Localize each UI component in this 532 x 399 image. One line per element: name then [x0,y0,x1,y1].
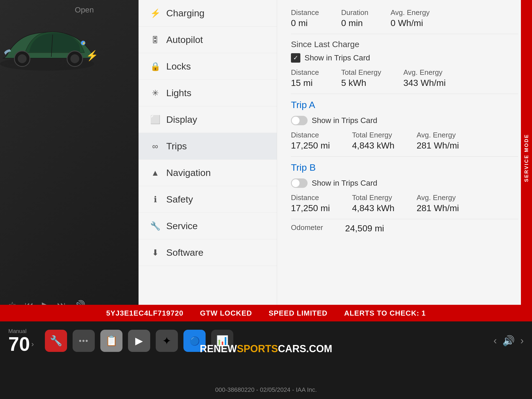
video-icon: ▶ [135,335,143,347]
trips-content: Distance 0 mi Duration 0 min Avg. Energy… [277,0,532,316]
odometer-label: Odometer [291,223,323,232]
current-duration-stat: Duration 0 min [341,8,368,28]
locks-icon: 🔒 [150,62,161,71]
since-totalenergy-value: 5 kWh [341,78,381,88]
service-icon: 🔧 [150,221,161,231]
autopilot-label: Autopilot [166,34,203,45]
service-label: Service [166,221,198,231]
charging-indicator: ⚡ [86,50,98,62]
since-show-trips-label: Show in Trips Card [305,53,370,62]
trips-label: Trips [166,141,187,152]
software-icon: ⬇ [150,248,161,257]
trip-b-distance-stat: Distance 17,250 mi [291,193,330,213]
alert-bar: 5YJ3E1EC4LF719720 GTW LOCKED SPEED LIMIT… [0,305,532,321]
sidebar-item-safety[interactable]: ℹ Safety [139,186,277,213]
trip-b-show-trips-label: Show in Trips Card [312,179,377,188]
svg-text:⚡: ⚡ [82,41,86,45]
car-area: Open [0,0,139,294]
svg-point-3 [18,54,27,63]
watermark-sports: SPORTS [237,343,278,354]
divider-1 [291,34,518,34]
current-duration-label: Duration [341,8,368,17]
trip-a-totalenergy-value: 4,843 kWh [352,140,395,151]
since-last-charge-title: Since Last Charge [291,40,518,49]
sidebar-item-lights[interactable]: ✳ Lights [139,80,277,106]
trip-a-show-trips-row[interactable]: Show in Trips Card [291,116,518,125]
since-totalenergy-stat: Total Energy 5 kWh [341,68,381,88]
nav-right-arrow[interactable]: › [520,335,524,347]
speed-display: Manual 70 › [8,328,34,354]
taskbar-right: ‹ 🔊 › [493,335,524,347]
left-panel: Open [0,0,139,316]
trip-b-section: Trip B Show in Trips Card Distance 17,25… [291,162,518,213]
trip-b-avgenergy-label: Avg. Energy [417,193,459,202]
sidebar-item-locks[interactable]: 🔒 Locks [139,53,277,80]
sidebar-item-autopilot[interactable]: 🎛 Autopilot [139,27,277,53]
since-totalenergy-label: Total Energy [341,68,381,77]
divider-2 [291,94,518,94]
current-avgenergy-value: 0 Wh/mi [390,18,429,28]
watermark-renew: RENEW [200,343,237,354]
current-distance-stat: Distance 0 mi [291,8,319,28]
trip-b-totalenergy-value: 4,843 kWh [352,203,395,213]
since-show-trips-row[interactable]: Show in Trips Card [291,53,518,63]
main-screen: Open [0,0,532,316]
alerts-count: ALERTS TO CHECK: 1 [344,309,426,318]
trip-a-section: Trip A Show in Trips Card Distance 17,25… [291,99,518,151]
trip-a-avgenergy-label: Avg. Energy [417,131,459,139]
trip-a-stats: Distance 17,250 mi Total Energy 4,843 kW… [291,131,518,151]
video-button[interactable]: ▶ [128,330,150,352]
sidebar-item-trips[interactable]: ∞ Trips [139,133,277,160]
since-stats: Distance 15 mi Total Energy 5 kWh Avg. E… [291,68,518,88]
trip-a-distance-stat: Distance 17,250 mi [291,131,330,151]
trips-icon: ∞ [150,142,161,151]
volume-icon[interactable]: 🔊 [502,335,515,347]
lights-icon: ✳ [150,88,161,98]
odometer-stat: Odometer [291,223,323,234]
red-wrench-button[interactable]: 🔧 [45,330,67,352]
since-distance-value: 15 mi [291,78,319,88]
odometer-value: 24,509 mi [345,223,384,234]
more-icon: ••• [79,336,88,345]
trip-a-show-trips-label: Show in Trips Card [312,116,377,125]
apps-button[interactable]: ✦ [156,330,178,352]
service-mode-bar: SERVICE MODE [521,0,532,316]
trip-a-totalenergy-stat: Total Energy 4,843 kWh [352,131,395,151]
gtw-status: GTW LOCKED [200,309,252,318]
trip-b-show-trips-toggle[interactable] [291,178,308,188]
since-show-trips-checkbox[interactable] [291,53,300,63]
trip-b-show-trips-row[interactable]: Show in Trips Card [291,178,518,188]
odometer-row: Odometer 24,509 mi [291,219,518,234]
display-icon: ⬜ [150,115,161,124]
current-distance-label: Distance [291,8,319,17]
nav-left-arrow[interactable]: ‹ [493,335,497,347]
sidebar-item-software[interactable]: ⬇ Software [139,239,277,266]
more-options-button[interactable]: ••• [73,330,95,352]
notebook-button[interactable]: 📋 [100,330,122,352]
sidebar-item-display[interactable]: ⬜ Display [139,106,277,133]
trip-a-avgenergy-stat: Avg. Energy 281 Wh/mi [417,131,459,151]
sidebar-item-navigation[interactable]: ▲ Navigation [139,160,277,186]
current-avgenergy-stat: Avg. Energy 0 Wh/mi [390,8,429,28]
notebook-icon: 📋 [105,335,118,347]
trip-a-distance-value: 17,250 mi [291,140,330,151]
wrench-icon: 🔧 [50,335,62,347]
current-distance-value: 0 mi [291,18,319,28]
since-distance-label: Distance [291,68,319,77]
divider-3 [291,156,518,157]
trip-b-avgenergy-stat: Avg. Energy 281 Wh/mi [417,193,459,213]
trip-a-show-trips-toggle[interactable] [291,116,308,125]
sidebar-item-charging[interactable]: ⚡ Charging [139,0,277,27]
sidebar-item-service[interactable]: 🔧 Service [139,213,277,239]
autopilot-icon: 🎛 [150,35,161,45]
trip-a-avgenergy-value: 281 Wh/mi [417,140,459,151]
speed-value: 70 [8,334,30,354]
trip-b-stats: Distance 17,250 mi Total Energy 4,843 kW… [291,193,518,213]
car-image: ⚡ [0,14,103,83]
charging-label: Charging [166,8,204,19]
since-last-charge-section: Since Last Charge Show in Trips Card Dis… [291,40,518,88]
open-label: Open [75,6,94,14]
charging-icon: ⚡ [150,8,161,18]
footer-info: 000-38680220 - 02/05/2024 - IAA Inc. [215,386,317,393]
safety-label: Safety [166,194,193,205]
